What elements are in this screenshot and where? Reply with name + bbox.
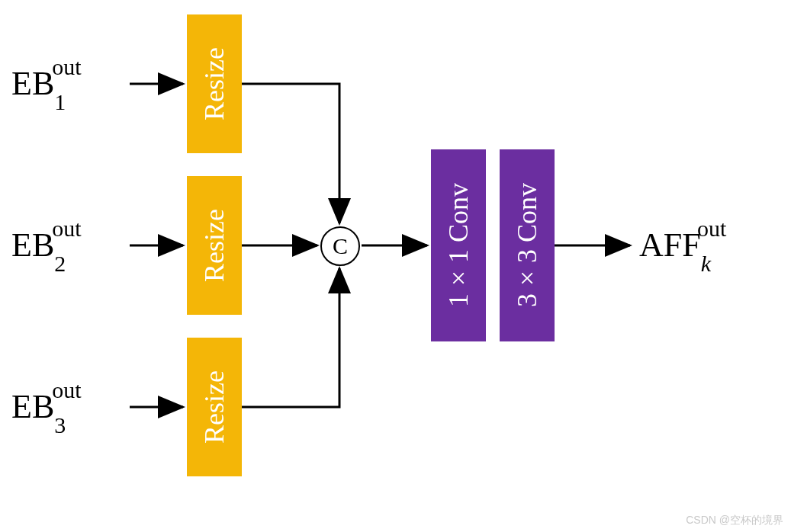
input-base: EB (11, 65, 54, 102)
arrow-resize1-to-concat (242, 84, 339, 223)
resize-block-3: Resize (187, 338, 242, 476)
resize-block-1: Resize (187, 14, 242, 153)
input-base: EB (11, 388, 54, 425)
output-sup: out (697, 216, 726, 241)
arrow-resize3-to-concat (242, 268, 339, 407)
input-sub: 3 (54, 412, 66, 437)
conv-block-3x3: 3×3 Conv (500, 149, 555, 341)
input-label-eb3: EB3out (11, 390, 95, 429)
input-sup: out (52, 377, 81, 402)
conv-label: 3×3 Conv (511, 183, 543, 307)
input-label-eb1: EB1out (11, 67, 95, 106)
resize-label: Resize (198, 370, 230, 444)
concat-symbol: C (333, 233, 348, 259)
resize-label: Resize (198, 47, 230, 120)
conv-block-1x1: 1×1 Conv (431, 149, 486, 341)
watermark-text: CSDN @空杯的境界 (686, 514, 783, 527)
input-sub: 1 (54, 89, 66, 114)
input-sub: 2 (54, 251, 66, 276)
input-base: EB (11, 226, 54, 264)
resize-block-2: Resize (187, 176, 242, 315)
conv-label: 1×1 Conv (442, 183, 474, 307)
input-sup: out (52, 54, 81, 79)
output-base: AFF (639, 226, 701, 264)
input-label-eb2: EB2out (11, 229, 95, 268)
resize-label: Resize (198, 209, 230, 282)
concat-node: C (320, 226, 360, 266)
output-sub: k (701, 251, 711, 276)
input-sup: out (52, 216, 81, 241)
output-label-aff: AFFkout (639, 229, 740, 268)
